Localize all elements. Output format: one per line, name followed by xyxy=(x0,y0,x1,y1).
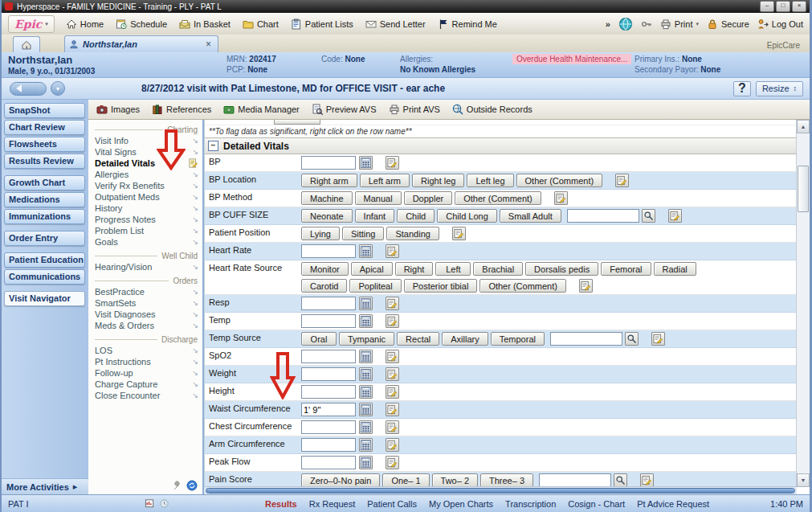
comment-button[interactable] xyxy=(386,403,399,416)
sidebar-item-immunizations[interactable]: Immunizations xyxy=(4,209,85,224)
vitals-input[interactable] xyxy=(301,403,356,416)
collapse-icon[interactable]: − xyxy=(208,141,218,151)
comment-button[interactable] xyxy=(640,473,654,487)
back-button[interactable] xyxy=(10,82,47,96)
status-link-transcription[interactable]: Transcription xyxy=(505,499,556,509)
comment-button[interactable] xyxy=(615,174,629,187)
vitals-input[interactable] xyxy=(301,438,356,452)
search-button[interactable] xyxy=(614,473,627,487)
calculator-button[interactable] xyxy=(359,314,373,328)
choice-button-carotid[interactable]: Carotid xyxy=(301,279,347,293)
navigator-item-meds-orders[interactable]: Meds & Orders↘ xyxy=(88,320,202,331)
calculator-button[interactable] xyxy=(359,438,373,452)
sidebar-item-growth-chart[interactable]: Growth Chart xyxy=(4,175,85,190)
minimize-button[interactable]: – xyxy=(760,1,774,12)
toolbar-overflow-button[interactable]: » xyxy=(606,19,610,29)
sidebar-item-flowsheets[interactable]: Flowsheets xyxy=(4,137,85,152)
calculator-button[interactable] xyxy=(359,367,373,381)
choice-button-doppler[interactable]: Doppler xyxy=(404,191,453,205)
vitals-input[interactable] xyxy=(301,385,356,399)
sidebar-item-chart-review[interactable]: Chart Review xyxy=(4,120,85,135)
navigator-item-close-encounter[interactable]: Close Encounter↘ xyxy=(88,390,202,401)
choice-button-oral[interactable]: Oral xyxy=(301,332,337,346)
choice-button-monitor[interactable]: Monitor xyxy=(301,262,349,276)
choice-button-lying[interactable]: Lying xyxy=(301,227,340,240)
choice-button-posterior-tibial[interactable]: Posterior tibial xyxy=(404,279,478,293)
comment-button[interactable] xyxy=(651,332,665,346)
sidebar-item-patient-education[interactable]: Patient Education xyxy=(4,252,85,268)
restore-button[interactable]: □ xyxy=(776,1,790,12)
navigator-item-smartsets[interactable]: SmartSets↘ xyxy=(88,297,202,309)
sidebar-item-medications[interactable]: Medications xyxy=(4,192,85,207)
history-dropdown-button[interactable]: ▼ xyxy=(51,81,65,96)
help-button[interactable]: ? xyxy=(733,81,751,96)
comment-button[interactable] xyxy=(554,191,568,205)
comment-button[interactable] xyxy=(386,420,399,434)
comment-button[interactable] xyxy=(386,385,399,399)
choice-button-zero-0-no-pain[interactable]: Zero–0-No pain xyxy=(301,473,380,487)
choice-button-right-arm[interactable]: Right arm xyxy=(301,174,357,187)
scrollbar-thumb[interactable] xyxy=(798,166,809,212)
comment-button[interactable] xyxy=(452,227,466,240)
calculator-button[interactable] xyxy=(359,403,373,416)
navigator-item-vital-signs[interactable]: Vital Signs↘ xyxy=(88,146,202,158)
comment-button[interactable] xyxy=(386,438,399,452)
choice-button-right-leg[interactable]: Right leg xyxy=(412,174,464,187)
choice-button-one-1[interactable]: One– 1 xyxy=(382,473,429,487)
choice-button-small-adult[interactable]: Small Adult xyxy=(500,209,561,223)
comment-button[interactable] xyxy=(386,456,399,469)
status-chart-icon[interactable] xyxy=(145,498,155,509)
choice-button-two-2[interactable]: Two– 2 xyxy=(432,473,478,487)
status-link-results[interactable]: Results xyxy=(265,499,297,509)
choice-button-left-leg[interactable]: Left leg xyxy=(467,174,513,187)
navigator-item-hearing-vision[interactable]: Hearing/Vision↘ xyxy=(88,261,202,272)
vitals-input[interactable] xyxy=(301,244,356,258)
navigator-item-allergies[interactable]: Allergies↘ xyxy=(88,169,202,180)
choice-button-popliteal[interactable]: Popliteal xyxy=(349,279,401,293)
navigator-item-problem-list[interactable]: Problem List↘ xyxy=(88,225,202,236)
choice-button-axillary[interactable]: Axillary xyxy=(442,332,488,346)
choice-button-other-comment[interactable]: Other (Comment) xyxy=(516,174,603,187)
status-link-cosign-chart[interactable]: Cosign - Chart xyxy=(568,499,625,509)
close-button[interactable]: × xyxy=(792,1,806,12)
comment-button[interactable] xyxy=(668,209,682,223)
navigator-item-verify-rx-benefits[interactable]: Verify Rx Benefits↘ xyxy=(88,180,202,191)
overdue-health-maintenance-badge[interactable]: Overdue Health Maintenance... xyxy=(512,54,631,64)
choice-button-temporal[interactable]: Temporal xyxy=(491,332,545,346)
vitals-input[interactable] xyxy=(301,420,356,434)
vitals-input[interactable] xyxy=(301,156,356,170)
home-tab[interactable] xyxy=(13,36,40,52)
comment-button[interactable] xyxy=(386,244,399,258)
status-link-my-open-charts[interactable]: My Open Charts xyxy=(429,499,493,509)
status-link-rx-request[interactable]: Rx Request xyxy=(309,499,355,509)
vertical-scrollbar[interactable]: ▲ ▼ xyxy=(796,120,810,487)
globe-icon[interactable] xyxy=(618,17,633,31)
sidebar-item-communications[interactable]: Communications xyxy=(4,269,85,285)
calculator-button[interactable] xyxy=(359,297,373,310)
choice-button-manual[interactable]: Manual xyxy=(355,191,402,205)
more-activities-button[interactable]: More Activities ▸ xyxy=(2,478,88,494)
sidebar-item-visit-navigator[interactable]: Visit Navigator xyxy=(4,291,85,306)
calculator-button[interactable] xyxy=(359,456,373,469)
choice-button-machine[interactable]: Machine xyxy=(301,191,353,205)
close-tab-icon[interactable]: × xyxy=(203,39,214,50)
toolbar-item-patient-lists[interactable]: Patient Lists xyxy=(291,18,353,30)
search-input[interactable] xyxy=(539,473,611,487)
choice-button-femoral[interactable]: Femoral xyxy=(601,262,651,276)
sidebar-item-snapshot[interactable]: SnapShot xyxy=(4,103,85,118)
refresh-icon[interactable] xyxy=(186,480,198,491)
comment-button[interactable] xyxy=(386,350,399,363)
comment-button[interactable] xyxy=(386,367,399,381)
choice-button-neonate[interactable]: Neonate xyxy=(301,209,353,223)
choice-button-standing[interactable]: Standing xyxy=(386,227,439,240)
choice-button-radial[interactable]: Radial xyxy=(654,262,696,276)
toolbar-item-chart[interactable]: Chart xyxy=(243,18,279,30)
toolbar-item-home[interactable]: Home xyxy=(66,18,104,30)
choice-button-other-comment[interactable]: Other (Comment) xyxy=(479,279,566,293)
choice-button-apical[interactable]: Apical xyxy=(351,262,393,276)
key-icon[interactable] xyxy=(641,18,652,30)
horizontal-scrollbar[interactable] xyxy=(204,486,797,494)
navigator-item-goals[interactable]: Goals↘ xyxy=(88,236,202,248)
calculator-button[interactable] xyxy=(359,350,373,363)
choice-button-rectal[interactable]: Rectal xyxy=(397,332,439,346)
